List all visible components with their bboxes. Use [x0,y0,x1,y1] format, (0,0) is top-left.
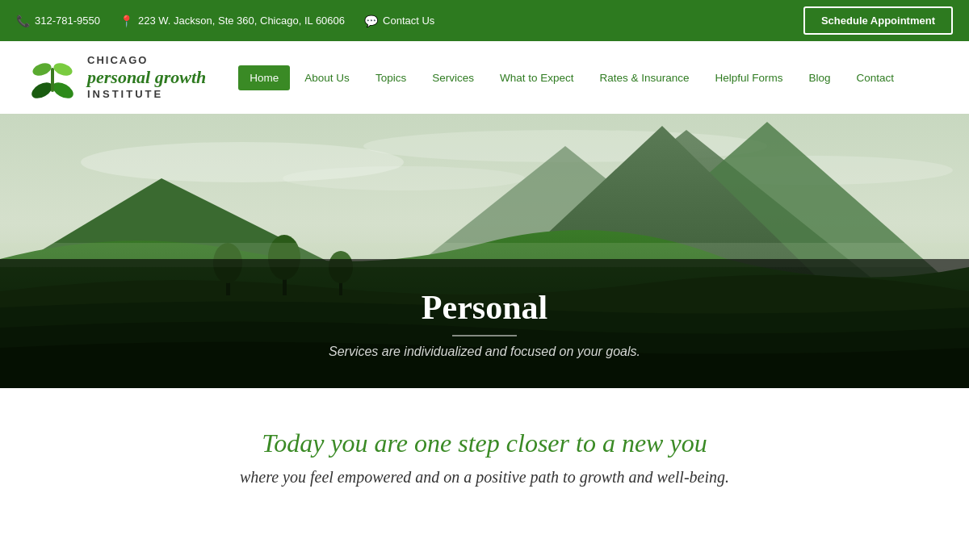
hero-title: Personal [422,288,547,327]
logo[interactable]: CHICAGO personal growth INSTITUTE [24,52,206,104]
location-icon: 📍 [120,15,133,27]
svg-rect-4 [51,68,54,92]
logo-chicago: CHICAGO [87,54,206,67]
nav-item-about[interactable]: About Us [293,65,361,90]
logo-personal-growth: personal growth [87,67,206,88]
hero-section: Personal Services are individualized and… [0,114,969,388]
nav-item-what-to-expect[interactable]: What to Expect [489,65,585,90]
address-text: 223 W. Jackson, Ste 360, Chicago, IL 606… [138,15,345,27]
logo-institute: INSTITUTE [87,88,206,101]
nav-item-rates[interactable]: Rates & Insurance [588,65,700,90]
svg-point-3 [52,61,73,77]
content-subtitle: where you feel empowered and on a positi… [65,468,904,487]
nav-item-contact[interactable]: Contact [845,65,906,90]
phone-info: 📞 312-781-9550 [16,15,100,27]
logo-text: CHICAGO personal growth INSTITUTE [87,54,206,101]
main-nav: Home About Us Topics Services What to Ex… [238,65,945,90]
nav-item-services[interactable]: Services [421,65,485,90]
nav-item-home[interactable]: Home [238,65,290,90]
content-tagline: Today you are one step closer to a new y… [65,428,904,458]
hero-divider [452,335,517,336]
logo-icon [24,52,81,104]
contact-label: Contact Us [383,15,434,27]
nav-bar: CHICAGO personal growth INSTITUTE Home A… [0,41,969,114]
contact-info[interactable]: 💬 Contact Us [364,15,434,27]
chat-icon: 💬 [364,15,378,27]
nav-item-helpful-forms[interactable]: Helpful Forms [704,65,795,90]
top-bar: 📞 312-781-9550 📍 223 W. Jackson, Ste 360… [0,0,969,41]
phone-icon: 📞 [16,15,30,27]
schedule-appointment-button[interactable]: Schedule Appointment [803,6,953,35]
svg-point-9 [283,166,525,190]
content-section: Today you are one step closer to a new y… [0,388,969,535]
nav-item-topics[interactable]: Topics [364,65,417,90]
svg-point-2 [31,61,52,77]
phone-number: 312-781-9550 [35,15,100,27]
address-info: 📍 223 W. Jackson, Ste 360, Chicago, IL 6… [120,15,345,27]
nav-item-blog[interactable]: Blog [798,65,842,90]
hero-subtitle: Services are individualized and focused … [329,345,640,359]
hero-overlay: Personal Services are individualized and… [0,259,969,388]
